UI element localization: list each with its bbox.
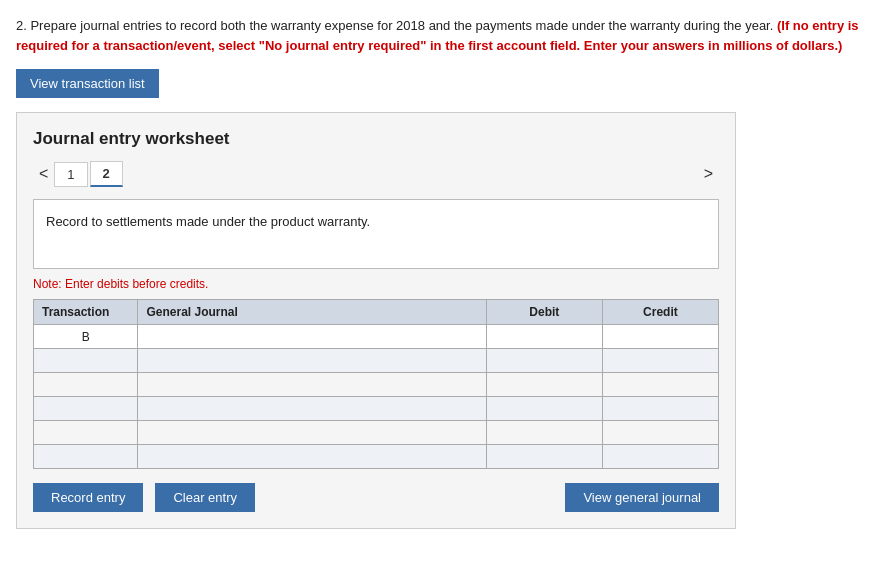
table-row-credit-5[interactable] <box>602 445 718 469</box>
tab-next-button[interactable]: > <box>698 163 719 185</box>
tab-1[interactable]: 1 <box>54 162 87 187</box>
debit-input-0[interactable] <box>487 325 602 348</box>
view-transaction-button[interactable]: View transaction list <box>16 69 159 98</box>
general-journal-input-0[interactable] <box>138 325 485 348</box>
table-row-debit-3[interactable] <box>486 397 602 421</box>
tab-2[interactable]: 2 <box>90 161 123 187</box>
table-row-credit-0[interactable] <box>602 325 718 349</box>
note-text: Note: Enter debits before credits. <box>33 277 719 291</box>
journal-entry-worksheet: Journal entry worksheet < 1 2 > Record t… <box>16 112 736 529</box>
table-row-transaction-5 <box>34 445 138 469</box>
debit-input-3[interactable] <box>487 397 602 420</box>
debit-input-1[interactable] <box>487 349 602 372</box>
table-row-transaction-3 <box>34 397 138 421</box>
credit-input-2[interactable] <box>603 373 718 396</box>
table-row-credit-1[interactable] <box>602 349 718 373</box>
debit-input-5[interactable] <box>487 445 602 468</box>
record-entry-button[interactable]: Record entry <box>33 483 143 512</box>
general-journal-input-2[interactable] <box>138 373 485 396</box>
credit-input-4[interactable] <box>603 421 718 444</box>
tab-prev-button[interactable]: < <box>33 163 54 185</box>
table-row-debit-5[interactable] <box>486 445 602 469</box>
table-row-general-journal-3[interactable] <box>138 397 486 421</box>
table-row-transaction-1 <box>34 349 138 373</box>
description-text: Record to settlements made under the pro… <box>46 214 370 229</box>
clear-entry-button[interactable]: Clear entry <box>155 483 255 512</box>
debit-input-4[interactable] <box>487 421 602 444</box>
table-row-debit-0[interactable] <box>486 325 602 349</box>
credit-input-3[interactable] <box>603 397 718 420</box>
col-header-debit: Debit <box>486 300 602 325</box>
table-row-credit-3[interactable] <box>602 397 718 421</box>
col-header-general-journal: General Journal <box>138 300 486 325</box>
table-row-credit-4[interactable] <box>602 421 718 445</box>
intro-text: 2. Prepare journal entries to record bot… <box>16 16 863 55</box>
general-journal-input-5[interactable] <box>138 445 485 468</box>
general-journal-input-4[interactable] <box>138 421 485 444</box>
table-row-debit-1[interactable] <box>486 349 602 373</box>
table-row-transaction-4 <box>34 421 138 445</box>
table-row-general-journal-2[interactable] <box>138 373 486 397</box>
journal-table: Transaction General Journal Debit Credit… <box>33 299 719 469</box>
bottom-buttons: Record entry Clear entry View general jo… <box>33 483 719 512</box>
table-row-general-journal-1[interactable] <box>138 349 486 373</box>
worksheet-title: Journal entry worksheet <box>33 129 719 149</box>
tabs-row: < 1 2 > <box>33 161 719 187</box>
general-journal-input-1[interactable] <box>138 349 485 372</box>
table-row-credit-2[interactable] <box>602 373 718 397</box>
description-box: Record to settlements made under the pro… <box>33 199 719 269</box>
credit-input-0[interactable] <box>603 325 718 348</box>
table-row-general-journal-0[interactable] <box>138 325 486 349</box>
col-header-credit: Credit <box>602 300 718 325</box>
debit-input-2[interactable] <box>487 373 602 396</box>
table-row-transaction-0: B <box>34 325 138 349</box>
view-general-journal-button[interactable]: View general journal <box>565 483 719 512</box>
general-journal-input-3[interactable] <box>138 397 485 420</box>
table-row-general-journal-5[interactable] <box>138 445 486 469</box>
table-row-transaction-2 <box>34 373 138 397</box>
col-header-transaction: Transaction <box>34 300 138 325</box>
table-row-general-journal-4[interactable] <box>138 421 486 445</box>
intro-text-normal: 2. Prepare journal entries to record bot… <box>16 18 777 33</box>
credit-input-5[interactable] <box>603 445 718 468</box>
credit-input-1[interactable] <box>603 349 718 372</box>
table-row-debit-2[interactable] <box>486 373 602 397</box>
table-row-debit-4[interactable] <box>486 421 602 445</box>
